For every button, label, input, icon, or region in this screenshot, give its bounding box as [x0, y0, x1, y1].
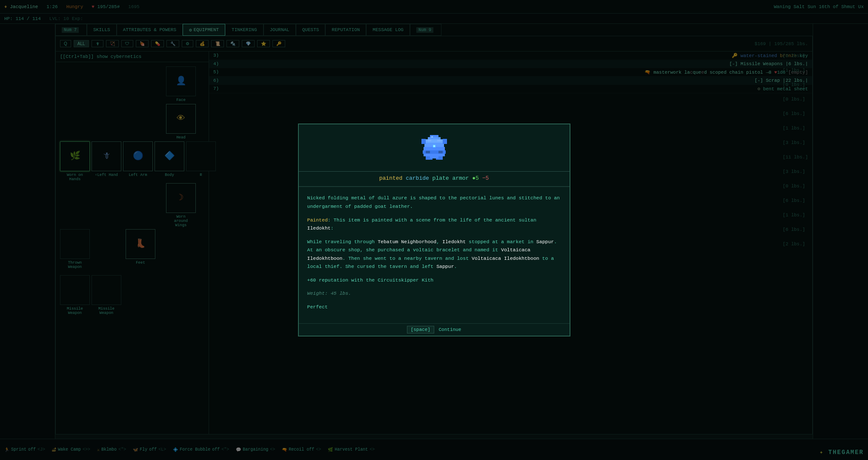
painted-label: painted [379, 175, 406, 181]
modal-body: Nicked folding metal of dull azure is sh… [299, 187, 570, 323]
svg-rect-7 [431, 136, 433, 138]
armor-sprite [419, 133, 449, 167]
modal-footer: [space] Continue [299, 323, 570, 336]
svg-rect-18 [443, 139, 447, 144]
modal-sprite-area [299, 124, 570, 171]
svg-rect-16 [430, 156, 438, 158]
modal-painted-text: Painted: This item is painted with a sce… [307, 216, 561, 233]
svg-rect-6 [424, 154, 445, 156]
svg-rect-8 [428, 140, 431, 141]
svg-rect-11 [438, 151, 443, 153]
svg-rect-17 [421, 139, 426, 144]
modal-reputation: +60 reputation with the Circuitskipper K… [307, 276, 561, 285]
svg-rect-9 [437, 140, 441, 141]
stat-neg: −5 [479, 175, 489, 181]
modal-overlay: painted carbide plate armor ●5 −5 Nicked… [0, 0, 868, 460]
modal-description: Nicked folding metal of dull azure is sh… [307, 194, 561, 210]
plate-armor-label: plate armor [433, 175, 469, 181]
svg-rect-1 [428, 137, 441, 139]
modal-weight: Weight: 45 lbs. [307, 289, 561, 298]
stat-pos: ●5 [469, 175, 478, 181]
continue-label: Continue [439, 327, 461, 332]
svg-rect-10 [426, 151, 430, 153]
carbide-label: carbide [406, 175, 432, 181]
modal-quality: Perfect [307, 303, 561, 311]
painted-keyword: Painted [307, 217, 328, 223]
modal-item-name: painted carbide plate armor ●5 −5 [379, 175, 489, 181]
continue-key[interactable]: [space] [407, 326, 434, 334]
svg-rect-13 [433, 145, 435, 147]
modal-story: While traveling through Tebatum Neighbor… [307, 238, 561, 271]
sultan-name: Iledokht [307, 225, 331, 231]
svg-rect-4 [424, 147, 445, 150]
modal-title-area: painted carbide plate armor ●5 −5 [299, 172, 570, 187]
item-modal: painted carbide plate armor ●5 −5 Nicked… [298, 124, 570, 336]
